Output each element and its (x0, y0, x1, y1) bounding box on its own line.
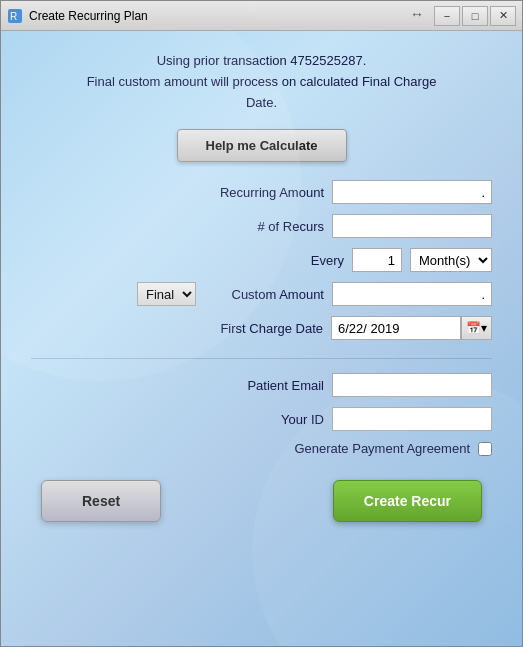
payment-agreement-label: Generate Payment Agreement (294, 441, 470, 456)
create-recur-button[interactable]: Create Recur (333, 480, 482, 522)
window: R Create Recurring Plan ↔ − □ ✕ Using pr… (0, 0, 523, 647)
help-calculate-button[interactable]: Help me Calculate (177, 129, 347, 162)
resize-icon: ↔ (410, 6, 424, 26)
first-charge-date-row: First Charge Date 📅▾ (31, 316, 492, 340)
patient-email-input[interactable] (332, 373, 492, 397)
recurring-amount-label: Recurring Amount (204, 185, 324, 200)
app-icon: R (7, 8, 23, 24)
your-id-row: Your ID (31, 407, 492, 431)
info-line2: Final custom amount will process on calc… (87, 72, 437, 93)
window-title: Create Recurring Plan (29, 9, 410, 23)
payment-agreement-row: Generate Payment Agreement (31, 441, 492, 456)
patient-email-label: Patient Email (204, 378, 324, 393)
recurring-amount-input[interactable] (332, 180, 492, 204)
custom-amount-input[interactable] (332, 282, 492, 306)
info-text: Using prior transaction 4752525287. Fina… (87, 51, 437, 113)
custom-amount-label: Custom Amount (204, 287, 324, 302)
info-line3: Date. (87, 93, 437, 114)
your-id-label: Your ID (204, 412, 324, 427)
reset-button[interactable]: Reset (41, 480, 161, 522)
date-picker-button[interactable]: 📅▾ (461, 316, 492, 340)
window-controls: ↔ − □ ✕ (410, 6, 516, 26)
form-area-2: Patient Email Your ID Generate Payment A… (31, 373, 492, 456)
close-button[interactable]: ✕ (490, 6, 516, 26)
title-bar: R Create Recurring Plan ↔ − □ ✕ (1, 1, 522, 31)
num-recurs-input[interactable] (332, 214, 492, 238)
every-period-select[interactable]: Month(s) Week(s) Day(s) Year(s) (410, 248, 492, 272)
bottom-buttons: Reset Create Recur (31, 480, 492, 522)
minimize-button[interactable]: − (434, 6, 460, 26)
every-row: Every Month(s) Week(s) Day(s) Year(s) (31, 248, 492, 272)
calendar-icon: 📅▾ (466, 321, 487, 335)
final-custom-row: Final First Custom Amount (31, 282, 492, 306)
first-charge-date-input[interactable] (331, 316, 461, 340)
svg-text:R: R (10, 11, 17, 22)
final-select[interactable]: Final First (137, 282, 196, 306)
your-id-input[interactable] (332, 407, 492, 431)
patient-email-row: Patient Email (31, 373, 492, 397)
main-content: Using prior transaction 4752525287. Fina… (1, 31, 522, 646)
maximize-button[interactable]: □ (462, 6, 488, 26)
every-number-input[interactable] (352, 248, 402, 272)
date-wrapper: 📅▾ (331, 316, 492, 340)
num-recurs-row: # of Recurs (31, 214, 492, 238)
payment-agreement-checkbox[interactable] (478, 442, 492, 456)
every-label: Every (224, 253, 344, 268)
form-area: Recurring Amount # of Recurs Every Month… (31, 180, 492, 340)
info-line1: Using prior transaction 4752525287. (87, 51, 437, 72)
first-charge-date-label: First Charge Date (203, 321, 323, 336)
recurring-amount-row: Recurring Amount (31, 180, 492, 204)
divider (31, 358, 492, 359)
num-recurs-label: # of Recurs (204, 219, 324, 234)
